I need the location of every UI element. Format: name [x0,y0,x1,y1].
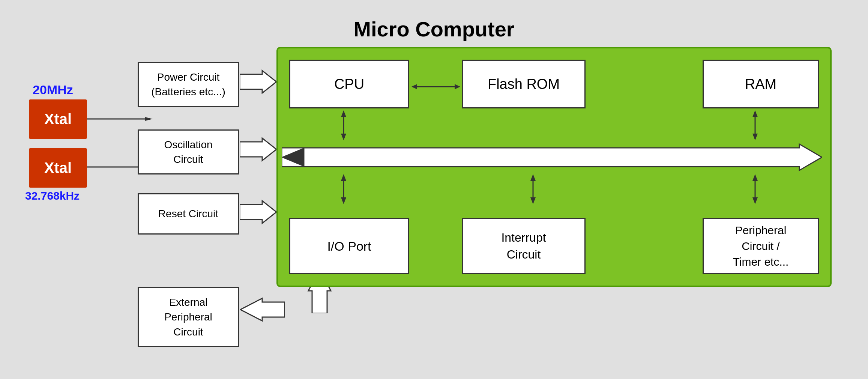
svg-marker-46 [282,144,822,170]
svg-marker-50 [341,197,346,204]
external-circuit-box: ExternalPeripheralCircuit [138,287,239,347]
cpu-v-arrow [336,110,351,140]
svg-marker-34 [240,201,276,223]
svg-marker-44 [752,110,758,117]
freq-bottom-label: 32.768kHz [25,190,80,202]
reset-arrow [240,199,277,225]
interrupt-v-arrow [526,174,541,204]
cpu-box: CPU [289,60,409,108]
svg-marker-38 [411,84,417,89]
io-v-arrow [336,174,351,204]
flash-rom-box: Flash ROM [462,60,586,108]
ram-v-arrow [748,110,763,140]
peripheral-circuit-box: PeripheralCircuit /Timer etc... [703,218,819,274]
full-diagram: Micro Computer 20MHz Xtal Xtal 32.768kHz… [21,9,847,370]
svg-marker-42 [341,134,346,140]
external-left-arrow [240,296,285,323]
svg-marker-29 [145,117,153,121]
page-title: Micro Computer [21,17,847,41]
peripheral-v-arrow [748,174,763,204]
svg-marker-33 [240,138,276,161]
bus-svg [282,142,822,172]
svg-marker-32 [240,71,276,93]
cpu-flash-arrow [411,79,460,94]
oscillation-arrow [240,136,277,162]
svg-marker-49 [341,174,346,181]
power-arrow [240,69,277,95]
oscillation-circuit-box: OscillationCircuit [138,129,239,174]
svg-marker-45 [752,134,758,140]
svg-marker-35 [240,298,285,321]
freq-top-label: 20MHz [33,83,73,97]
xtal-top-box: Xtal [29,99,87,139]
svg-marker-39 [455,84,460,89]
power-circuit-box: Power Circuit(Batteries etc...) [138,62,239,107]
interrupt-circuit-box: InterruptCircuit [462,218,586,274]
svg-marker-52 [530,174,536,181]
reset-circuit-box: Reset Circuit [138,193,239,235]
svg-marker-56 [752,197,758,204]
svg-marker-55 [752,174,758,181]
ram-box: RAM [703,60,819,108]
micro-computer-box: CPU Flash ROM RAM [276,47,832,287]
svg-marker-41 [341,110,346,117]
xtal-bottom-box: Xtal [29,148,87,188]
svg-marker-53 [530,197,536,204]
io-port-box: I/O Port [289,218,409,274]
